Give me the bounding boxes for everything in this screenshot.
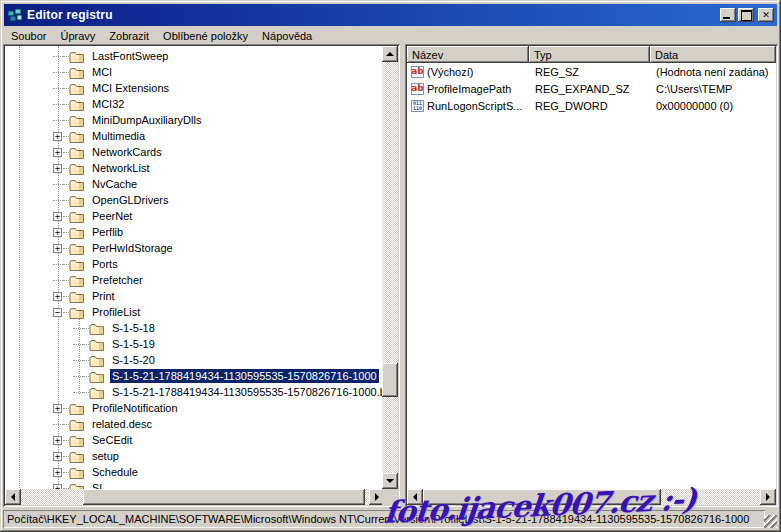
- menu-soubor[interactable]: Soubor: [4, 28, 53, 44]
- tree-item[interactable]: +SL: [5, 480, 385, 489]
- value-type: REG_DWORD: [529, 100, 650, 112]
- tree-item[interactable]: MCI Extensions: [5, 80, 385, 96]
- folder-icon: [69, 482, 85, 490]
- close-button[interactable]: [758, 8, 774, 22]
- expand-toggle[interactable]: +: [53, 148, 62, 157]
- tree-vertical-scrollbar[interactable]: [382, 46, 398, 489]
- tree-item[interactable]: MCI32: [5, 96, 385, 112]
- tree-item-label: NvCache: [90, 177, 139, 191]
- value-data: C:\Users\TEMP: [650, 83, 776, 95]
- tree-connector: [53, 280, 63, 281]
- menu-napoveda[interactable]: Nápověda: [255, 28, 319, 44]
- scroll-right-button[interactable]: [760, 489, 776, 505]
- column-header-nazev[interactable]: Název: [407, 46, 529, 63]
- values-horizontal-scrollbar[interactable]: [407, 489, 776, 505]
- expand-toggle[interactable]: +: [53, 404, 62, 413]
- tree-item[interactable]: LastFontSweep: [5, 48, 385, 64]
- folder-icon: [69, 434, 85, 447]
- maximize-button[interactable]: [738, 8, 754, 22]
- folder-icon: [69, 98, 85, 111]
- value-name: RunLogonScriptS...: [427, 100, 529, 112]
- folder-icon: [89, 354, 105, 367]
- column-header-typ[interactable]: Typ: [529, 46, 650, 63]
- expand-toggle[interactable]: +: [53, 132, 62, 141]
- tree-item[interactable]: +ProfileNotification: [5, 400, 385, 416]
- expand-toggle[interactable]: +: [53, 452, 62, 461]
- tree-item[interactable]: +SeCEdit: [5, 432, 385, 448]
- tree-item-label: ProfileList: [90, 305, 142, 319]
- expand-toggle[interactable]: +: [53, 436, 62, 445]
- column-header-data[interactable]: Data: [650, 46, 776, 63]
- titlebar[interactable]: Editor registru: [4, 4, 777, 26]
- status-path: Počítač\HKEY_LOCAL_MACHINE\SOFTWARE\Micr…: [3, 510, 765, 528]
- value-row[interactable]: ab(Výchozí)REG_SZ(Hodnota není zadána): [407, 63, 776, 80]
- tree-item[interactable]: S-1-5-20: [5, 352, 385, 368]
- tree-item[interactable]: +setup: [5, 448, 385, 464]
- expand-toggle[interactable]: +: [53, 212, 62, 221]
- scroll-left-button[interactable]: [407, 489, 423, 505]
- menu-upravy[interactable]: Úpravy: [53, 28, 102, 44]
- tree-item[interactable]: NvCache: [5, 176, 385, 192]
- scrollbar-thumb[interactable]: [382, 363, 398, 397]
- tree-item[interactable]: MiniDumpAuxiliaryDlls: [5, 112, 385, 128]
- tree-item[interactable]: Ports: [5, 256, 385, 272]
- scrollbar-thumb[interactable]: [423, 489, 661, 505]
- tree-item[interactable]: S-1-5-19: [5, 336, 385, 352]
- tree-item[interactable]: +PeerNet: [5, 208, 385, 224]
- expand-toggle[interactable]: +: [53, 292, 62, 301]
- minimize-button[interactable]: [720, 8, 736, 22]
- tree-item[interactable]: MCI: [5, 64, 385, 80]
- value-row[interactable]: 011110RunLogonScriptS...REG_DWORD0x00000…: [407, 97, 776, 114]
- folder-icon: [89, 322, 105, 335]
- scroll-up-button[interactable]: [382, 46, 398, 62]
- scroll-left-button[interactable]: [5, 489, 21, 505]
- tree-item[interactable]: +Schedule: [5, 464, 385, 480]
- tree-item[interactable]: Prefetcher: [5, 272, 385, 288]
- tree-connector: [53, 120, 63, 121]
- tree-item[interactable]: S-1-5-21-1788419434-1130595535-157082671…: [5, 384, 385, 400]
- tree-item[interactable]: +Perflib: [5, 224, 385, 240]
- string-value-icon: ab: [411, 66, 424, 78]
- scrollbar-thumb[interactable]: [83, 489, 365, 505]
- expand-toggle[interactable]: +: [53, 164, 62, 173]
- tree-horizontal-scrollbar[interactable]: [5, 489, 385, 505]
- expand-toggle[interactable]: +: [53, 228, 62, 237]
- tree-item[interactable]: OpenGLDrivers: [5, 192, 385, 208]
- value-data: (Hodnota není zadána): [650, 66, 776, 78]
- tree-item[interactable]: related.desc: [5, 416, 385, 432]
- registry-editor-icon: [7, 7, 23, 23]
- tree-item[interactable]: +NetworkList: [5, 160, 385, 176]
- tree-item[interactable]: −ProfileList: [5, 304, 385, 320]
- tree-item[interactable]: +Multimedia: [5, 128, 385, 144]
- folder-icon: [69, 402, 85, 415]
- resize-grip[interactable]: [764, 515, 777, 528]
- expand-toggle[interactable]: +: [53, 244, 62, 253]
- tree-connector: [73, 376, 83, 377]
- registry-tree-pane: LastFontSweepMCIMCI ExtensionsMCI32MiniD…: [3, 44, 400, 507]
- folder-icon: [69, 306, 85, 319]
- tree-item-label: S-1-5-20: [110, 353, 157, 367]
- tree-item-label: PeerNet: [90, 209, 134, 223]
- tree-item-label: Multimedia: [90, 129, 147, 143]
- scroll-down-button[interactable]: [382, 473, 398, 489]
- tree-item-label: MiniDumpAuxiliaryDlls: [90, 113, 203, 127]
- registry-editor-window: Editor registru Soubor Úpravy Zobrazit O…: [0, 0, 781, 532]
- tree-item[interactable]: S-1-5-21-1788419434-1130595535-157082671…: [5, 368, 385, 384]
- value-row[interactable]: abProfileImagePathREG_EXPAND_SZC:\Users\…: [407, 80, 776, 97]
- value-type: REG_SZ: [529, 66, 650, 78]
- tree-item-label: ProfileNotification: [90, 401, 180, 415]
- tree-item[interactable]: S-1-5-18: [5, 320, 385, 336]
- collapse-toggle[interactable]: −: [53, 308, 62, 317]
- scrollbar-track[interactable]: [382, 62, 398, 473]
- folder-icon: [69, 466, 85, 479]
- value-type: REG_EXPAND_SZ: [529, 83, 650, 95]
- menu-oblibene-polozky[interactable]: Oblíbené položky: [156, 28, 255, 44]
- tree-item-label: SL: [90, 481, 107, 489]
- menu-zobrazit[interactable]: Zobrazit: [102, 28, 156, 44]
- expand-toggle[interactable]: +: [53, 468, 62, 477]
- tree-item[interactable]: +NetworkCards: [5, 144, 385, 160]
- tree-item[interactable]: +Print: [5, 288, 385, 304]
- tree-connector: [73, 392, 83, 393]
- tree-item[interactable]: +PerHwIdStorage: [5, 240, 385, 256]
- values-column-headers: Název Typ Data: [407, 46, 776, 63]
